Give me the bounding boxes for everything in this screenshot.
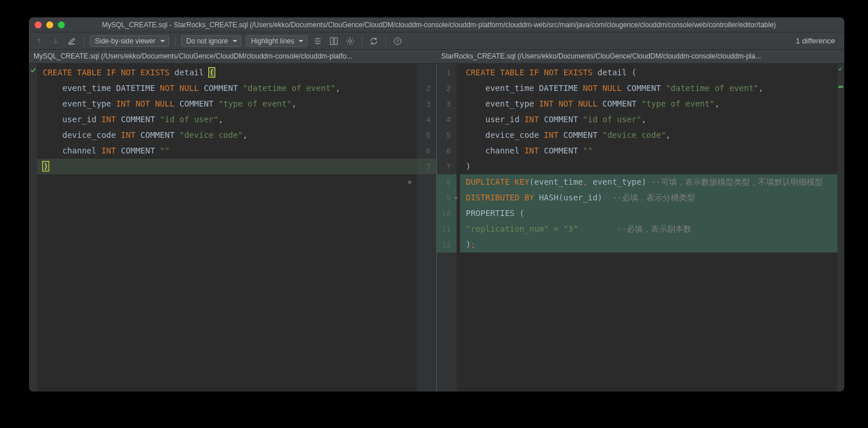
left-file-header: MySQL_CREATE.sql (/Users/ekko/Documents/… <box>29 50 437 63</box>
checkmark-icon <box>29 66 37 74</box>
window-controls <box>35 21 65 28</box>
left-gutter: 234567 <box>417 64 436 392</box>
collapse-unchanged-icon[interactable] <box>312 35 323 47</box>
line-number: 3 <box>437 96 457 112</box>
svg-point-2 <box>349 39 352 42</box>
code-line[interactable]: user_id INT COMMENT "id of user", <box>37 112 417 127</box>
code-line[interactable]: channel INT COMMENT "" <box>37 143 417 159</box>
code-line[interactable]: DISTRIBUTED BY HASH(user_id) --必填，表示分桶类型 <box>460 190 837 206</box>
line-number: 12 <box>437 237 457 253</box>
toolbar: Side-by-side viewer Do not ignore Highli… <box>29 32 844 50</box>
line-number: 10 <box>437 206 457 221</box>
accept-left-icon[interactable]: « <box>452 190 460 206</box>
svg-rect-1 <box>334 38 337 45</box>
sync-scroll-icon[interactable] <box>328 35 340 47</box>
code-line[interactable]: )» <box>37 159 417 174</box>
line-number: 6 <box>417 143 436 159</box>
right-error-stripe[interactable] <box>837 64 844 392</box>
line-number: 8 <box>437 174 457 190</box>
maximize-window-button[interactable] <box>58 21 65 28</box>
diff-count-label: 1 difference <box>796 36 840 45</box>
code-line[interactable]: CREATE TABLE IF NOT EXISTS detail ( <box>37 65 417 81</box>
svg-rect-0 <box>330 38 333 45</box>
code-line[interactable]: event_time DATETIME NOT NULL COMMENT "da… <box>460 81 837 96</box>
close-window-button[interactable] <box>35 21 42 28</box>
code-line[interactable]: user_id INT COMMENT "id of user", <box>460 112 837 127</box>
line-number: 2 <box>437 81 457 96</box>
window-title: MySQL_CREATE.sql - StarRocks_CREATE.sql … <box>74 21 804 29</box>
code-line[interactable]: CREATE TABLE IF NOT EXISTS detail ( <box>460 65 837 81</box>
edit-icon[interactable] <box>66 35 78 47</box>
line-number <box>417 65 436 81</box>
code-line[interactable]: PROPERTIES ( <box>460 206 837 221</box>
line-number: 4 <box>437 112 457 127</box>
line-number: 2 <box>417 81 436 96</box>
right-pane: 123456789101112 CREATE TABLE IF NOT EXIS… <box>437 64 844 392</box>
gear-icon[interactable] <box>344 35 356 47</box>
titlebar: MySQL_CREATE.sql - StarRocks_CREATE.sql … <box>29 17 844 32</box>
code-line[interactable]: device_code INT COMMENT "device code", <box>460 127 837 143</box>
code-line[interactable]: DUPLICATE KEY(event_time, event_type) --… <box>460 174 837 190</box>
diff-window: MySQL_CREATE.sql - StarRocks_CREATE.sql … <box>29 17 844 392</box>
code-line[interactable]: "replication_num" = "3" --必填，表示副本数 <box>460 221 837 237</box>
svg-text:?: ? <box>396 38 399 44</box>
minimize-window-button[interactable] <box>46 21 53 28</box>
ignore-mode-dropdown[interactable]: Do not ignore <box>181 35 241 47</box>
right-gutter: 123456789101112 <box>437 64 457 392</box>
line-number: 4 <box>417 112 436 127</box>
right-code[interactable]: CREATE TABLE IF NOT EXISTS detail ( even… <box>457 64 837 392</box>
line-number: 5 <box>437 127 457 143</box>
line-number: 7 <box>417 159 436 174</box>
code-line[interactable]: ) <box>460 159 837 174</box>
viewer-mode-dropdown[interactable]: Side-by-side viewer <box>90 35 169 47</box>
line-number: 1 <box>437 65 457 81</box>
line-number: 3 <box>417 96 436 112</box>
left-marker-gutter <box>29 64 37 392</box>
insert-right-icon[interactable]: » <box>405 174 414 190</box>
code-line[interactable]: event_type INT NOT NULL COMMENT "type of… <box>460 96 837 112</box>
prev-diff-icon[interactable] <box>34 35 45 47</box>
code-line[interactable]: device_code INT COMMENT "device code", <box>37 127 417 143</box>
line-number: 11 <box>437 221 457 237</box>
line-number: 5 <box>417 127 436 143</box>
code-line[interactable]: event_time DATETIME NOT NULL COMMENT "da… <box>37 81 417 96</box>
editor-area: CREATE TABLE IF NOT EXISTS detail ( even… <box>29 64 844 392</box>
code-line[interactable]: event_type INT NOT NULL COMMENT "type of… <box>37 96 417 112</box>
stripe-marker[interactable] <box>838 86 843 88</box>
line-number: 7 <box>437 159 457 174</box>
next-diff-icon[interactable] <box>50 35 61 47</box>
help-icon[interactable]: ? <box>392 35 403 47</box>
line-number: 6 <box>437 143 457 159</box>
refresh-icon[interactable] <box>368 35 380 47</box>
left-code[interactable]: CREATE TABLE IF NOT EXISTS detail ( even… <box>37 64 417 392</box>
checkmark-icon <box>837 66 843 72</box>
code-line[interactable]: ); <box>460 237 837 253</box>
file-headers: MySQL_CREATE.sql (/Users/ekko/Documents/… <box>29 50 844 64</box>
left-pane: CREATE TABLE IF NOT EXISTS detail ( even… <box>29 64 436 392</box>
right-file-header: StarRocks_CREATE.sql (/Users/ekko/Docume… <box>437 50 845 63</box>
highlight-mode-dropdown[interactable]: Highlight lines <box>246 35 308 47</box>
code-line[interactable]: channel INT COMMENT "" <box>460 143 837 159</box>
